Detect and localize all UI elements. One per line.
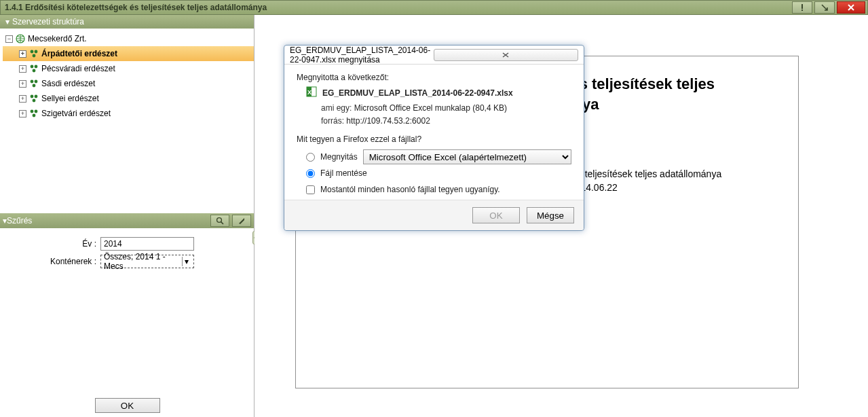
excel-file-icon: X (306, 86, 317, 99)
tree-item[interactable]: + Pécsváradi erdészet (3, 61, 254, 76)
filter-panel-header[interactable]: ▾ Szűrés (0, 213, 254, 228)
source-label: forrás: (321, 116, 344, 126)
window-title: 1.4.1 Erdősítési kötelezettségek és telj… (1, 3, 792, 12)
tree-item-label: Sásdi erdészet (41, 79, 95, 88)
dialog-titlebar: EG_ERDMUV_ELAP_LISTA_2014-06-22-0947.xls… (284, 46, 584, 65)
svg-point-15 (31, 110, 34, 113)
filetype-value: Microsoft Office Excel munkalap (80,4 KB… (354, 103, 507, 113)
svg-text:X: X (307, 89, 312, 96)
expand-icon[interactable]: + (19, 50, 26, 58)
clear-button[interactable] (232, 215, 251, 227)
leaf-icon (29, 79, 39, 88)
expand-icon[interactable]: + (19, 110, 26, 117)
containers-label: Konténerek : (5, 257, 100, 266)
containers-value: Összes, 2014 1 - Mecs (104, 252, 182, 271)
help-button[interactable] (792, 1, 812, 14)
expand-icon[interactable]: + (19, 80, 26, 88)
structure-header-label: Szervezeti struktúra (12, 17, 84, 26)
svg-point-18 (217, 218, 222, 223)
tree-root-label: Mecsekerdő Zrt. (28, 34, 87, 43)
svg-line-19 (221, 222, 223, 224)
svg-point-12 (31, 95, 34, 98)
apply-button[interactable]: OK (95, 398, 160, 413)
expand-icon[interactable]: + (19, 65, 26, 73)
dialog-title: EG_ERDMUV_ELAP_LISTA_2014-06-22-0947.xls… (290, 46, 434, 65)
svg-point-3 (31, 50, 34, 54)
filename: EG_ERDMUV_ELAP_LISTA_2014-06-22-0947.xls… (322, 88, 513, 98)
svg-point-4 (35, 50, 38, 54)
year-input[interactable] (100, 237, 194, 251)
structure-panel-header[interactable]: ▾ Szervezeti struktúra (0, 15, 254, 29)
svg-point-16 (35, 110, 38, 113)
svg-point-11 (33, 84, 36, 88)
filter-form: Év : Konténerek : Összes, 2014 1 - Mecs … (0, 228, 254, 277)
leaf-icon (29, 49, 39, 58)
globe-icon (16, 34, 25, 43)
sidebar: ▾ Szervezeti struktúra − Mecsekerdő Zrt.… (0, 15, 254, 417)
svg-point-14 (33, 99, 36, 103)
dialog-question: Mit tegyen a Firefox ezzel a fájllal? (297, 134, 571, 144)
minimize-button[interactable] (814, 1, 835, 14)
leaf-icon (29, 109, 39, 118)
remember-label: Mostantól minden hasonló fájllal tegyen … (320, 185, 500, 194)
dialog-ok-button[interactable]: OK (472, 207, 520, 223)
svg-point-17 (33, 114, 36, 117)
svg-point-13 (35, 95, 38, 98)
svg-point-8 (33, 69, 36, 73)
open-with-select[interactable]: Microsoft Office Excel (alapértelmezett) (363, 149, 571, 164)
tree-item[interactable]: + Szigetvári erdészet (3, 106, 254, 121)
search-button[interactable] (210, 215, 229, 227)
chevron-down-icon: ▾ (3, 17, 12, 26)
download-dialog: EG_ERDMUV_ELAP_LISTA_2014-06-22-0947.xls… (284, 45, 584, 231)
save-radio[interactable] (306, 169, 315, 178)
tree-item[interactable]: + Sellyei erdészet (3, 91, 254, 106)
open-radio-label: Megnyitás (320, 152, 358, 162)
svg-point-6 (31, 65, 34, 69)
year-label: Év : (5, 239, 100, 249)
leaf-icon (29, 94, 39, 103)
close-button[interactable] (837, 1, 865, 14)
tree-item[interactable]: + Árpádtetői erdészet (3, 46, 254, 61)
svg-point-9 (31, 80, 34, 84)
collapse-icon[interactable]: − (5, 35, 13, 43)
chevron-down-icon: ▾ (182, 257, 191, 266)
tree-root[interactable]: − Mecsekerdő Zrt. (3, 31, 254, 46)
remember-checkbox[interactable] (306, 185, 315, 194)
svg-point-7 (35, 65, 38, 69)
org-tree: − Mecsekerdő Zrt. + Árpádtetői erdészet … (0, 29, 254, 213)
dialog-cancel-button[interactable]: Mégse (527, 207, 574, 223)
dialog-close-button[interactable] (434, 49, 579, 61)
svg-rect-1 (801, 10, 803, 11)
svg-point-5 (33, 54, 36, 58)
expand-icon[interactable]: + (19, 95, 26, 103)
source-value: http://109.74.53.2:6002 (346, 116, 430, 126)
tree-item-label: Pécsváradi erdészet (41, 64, 115, 73)
tree-item-label: Sellyei erdészet (41, 94, 99, 103)
opened-label: Megnyitotta a következőt: (297, 73, 571, 82)
tree-item-label: Árpádtetői erdészet (41, 49, 117, 58)
filter-header-label: Szűrés (7, 216, 32, 225)
save-radio-label: Fájl mentése (320, 168, 367, 178)
tree-item[interactable]: + Sásdi erdészet (3, 76, 254, 91)
filetype-label: ami egy: (321, 103, 352, 113)
svg-point-10 (35, 80, 38, 84)
leaf-icon (29, 64, 39, 73)
svg-rect-0 (801, 4, 803, 9)
tree-item-label: Szigetvári erdészet (41, 109, 111, 118)
open-radio[interactable] (306, 153, 315, 162)
containers-combo[interactable]: Összes, 2014 1 - Mecs ▾ (100, 255, 194, 268)
window-titlebar: 1.4.1 Erdősítési kötelezettségek és telj… (0, 0, 868, 15)
